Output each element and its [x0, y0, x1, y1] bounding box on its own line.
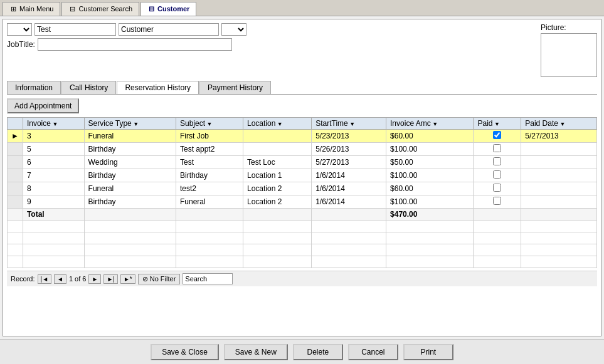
cell-location: Location 1: [243, 169, 311, 182]
nav-new-button[interactable]: ►*: [120, 274, 135, 284]
empty-cell: [243, 244, 311, 256]
nav-last-button[interactable]: ►|: [103, 274, 118, 284]
paid-checkbox[interactable]: [493, 144, 501, 152]
empty-cell: [23, 244, 84, 256]
col-service-type[interactable]: Service Type: [84, 118, 176, 130]
empty-cell: [8, 232, 23, 244]
cell-paid[interactable]: [474, 130, 521, 143]
cell-invoice: 3: [23, 130, 84, 143]
empty-cell: [474, 244, 521, 256]
cell-service-type: Wedding: [84, 156, 176, 169]
cell-subject: Test appt2: [176, 143, 243, 156]
paid-checkbox[interactable]: [493, 131, 501, 139]
cell-paid[interactable]: [474, 156, 521, 169]
cell-paid-date: 5/27/2013: [521, 130, 597, 143]
cell-start-time: 5/23/2013: [312, 130, 386, 143]
print-button[interactable]: Print: [403, 344, 453, 360]
total-empty-cell: [176, 209, 243, 221]
inner-tabs: Information Call History Reservation His…: [7, 81, 597, 95]
row-indicator: [8, 169, 23, 182]
col-invoice-amount[interactable]: Invoice Amc: [386, 118, 474, 130]
cell-subject: test2: [176, 182, 243, 195]
table-row[interactable]: 6WeddingTestTest Loc5/27/2013$50.00: [8, 156, 597, 169]
nav-first-button[interactable]: |◄: [38, 274, 52, 284]
table-row[interactable]: ►3FuneralFirst Job5/23/2013$60.005/27/20…: [8, 130, 597, 143]
empty-cell: [521, 221, 597, 232]
empty-cell: [23, 221, 84, 232]
paid-checkbox[interactable]: [493, 184, 501, 192]
empty-cell: [243, 221, 311, 232]
total-row: Total$470.00: [8, 209, 597, 221]
paid-checkbox[interactable]: [493, 157, 501, 165]
empty-row: [8, 244, 597, 256]
col-paid[interactable]: Paid: [474, 118, 521, 130]
table-row[interactable]: 5BirthdayTest appt25/26/2013$100.00: [8, 143, 597, 156]
cell-subject: Funeral: [176, 195, 243, 209]
cell-location: [243, 130, 311, 143]
empty-cell: [243, 256, 311, 268]
table-row[interactable]: 8Funeraltest2Location 21/6/2014$60.00: [8, 182, 597, 195]
save-new-button[interactable]: Save & New: [224, 344, 288, 360]
cell-paid-date: [521, 143, 597, 156]
nav-prev-button[interactable]: ◄: [54, 274, 66, 284]
tab-call-history[interactable]: Call History: [61, 81, 116, 94]
cell-subject: First Job: [176, 130, 243, 143]
delete-button[interactable]: Delete: [293, 344, 343, 360]
row-indicator: [8, 195, 23, 209]
save-close-button[interactable]: Save & Close: [151, 344, 219, 360]
cell-paid-date: [521, 195, 597, 209]
tab-bar: ⊞ Main Menu ⊟ Customer Search ⊟ Customer: [0, 0, 604, 16]
add-appointment-button[interactable]: Add Appointment: [7, 98, 79, 113]
no-filter-button[interactable]: ⊘ No Filter: [138, 274, 181, 284]
cell-start-time: 5/27/2013: [312, 156, 386, 169]
tab-customer[interactable]: ⊟ Customer: [140, 2, 196, 16]
row-indicator: [8, 156, 23, 169]
empty-cell: [176, 244, 243, 256]
empty-cell: [474, 232, 521, 244]
col-indicator: [8, 118, 23, 130]
empty-cell: [23, 256, 84, 268]
empty-cell: [521, 244, 597, 256]
cell-service-type: Funeral: [84, 182, 176, 195]
col-start-time[interactable]: StartTime: [312, 118, 386, 130]
filter-icon: ⊘: [142, 275, 148, 283]
main-content: JobTitle: Picture: Information Call Hist…: [3, 19, 601, 336]
customer-icon: ⊟: [147, 5, 155, 13]
col-paid-date[interactable]: Paid Date: [521, 118, 597, 130]
nav-next-button[interactable]: ►: [88, 274, 101, 284]
col-location[interactable]: Location: [243, 118, 311, 130]
total-empty-cell: [312, 209, 386, 221]
total-empty-cell: [8, 209, 23, 221]
table-row[interactable]: 7BirthdayBirthdayLocation 11/6/2014$100.…: [8, 169, 597, 182]
empty-cell: [312, 232, 386, 244]
total-empty-cell: [474, 209, 521, 221]
jobtitle-input[interactable]: [38, 38, 232, 51]
col-invoice[interactable]: Invoice: [23, 118, 84, 130]
col-subject[interactable]: Subject: [176, 118, 243, 130]
total-empty-cell: [521, 209, 597, 221]
cell-paid[interactable]: [474, 195, 521, 209]
cancel-button[interactable]: Cancel: [348, 344, 398, 360]
tab-customer-search[interactable]: ⊟ Customer Search: [61, 2, 139, 16]
first-name-input[interactable]: [34, 23, 116, 36]
tab-payment-history[interactable]: Payment History: [199, 81, 271, 94]
search-input[interactable]: [183, 273, 233, 284]
prefix-dropdown[interactable]: [7, 23, 32, 36]
last-name-input[interactable]: [119, 23, 219, 36]
cell-paid[interactable]: [474, 182, 521, 195]
form-fields: JobTitle:: [7, 23, 528, 53]
cell-start-time: 1/6/2014: [312, 182, 386, 195]
tab-reservation-history[interactable]: Reservation History: [117, 81, 199, 94]
suffix-dropdown[interactable]: [221, 23, 246, 36]
paid-checkbox[interactable]: [493, 197, 501, 205]
cell-service-type: Birthday: [84, 143, 176, 156]
cell-paid[interactable]: [474, 169, 521, 182]
paid-checkbox[interactable]: [493, 170, 501, 179]
cell-service-type: Funeral: [84, 130, 176, 143]
customer-form-top: JobTitle: Picture:: [7, 23, 597, 77]
cell-paid[interactable]: [474, 143, 521, 156]
empty-cell: [84, 221, 176, 232]
tab-information[interactable]: Information: [7, 81, 61, 94]
table-row[interactable]: 9BirthdayFuneralLocation 21/6/2014$100.0…: [8, 195, 597, 209]
tab-main-menu[interactable]: ⊞ Main Menu: [3, 2, 60, 16]
